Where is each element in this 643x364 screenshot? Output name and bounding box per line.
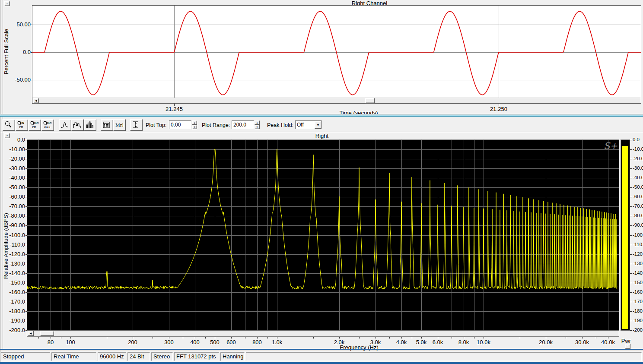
spectraplus-logo: S+ <box>602 141 618 151</box>
spectrum-y-tick-label: -170.0 <box>4 298 25 305</box>
time-x-tick-label: 21.250 <box>486 106 512 112</box>
zoom-out-full-button[interactable]: OUTFULL <box>41 119 54 131</box>
status-field-empty <box>246 352 642 361</box>
set-vertical-range-button[interactable] <box>130 119 143 131</box>
spectrum-x-tick <box>61 337 61 339</box>
spectrum-x-tick <box>183 337 183 339</box>
spectrum-x-tick-label: 600 <box>221 339 242 345</box>
pane-splitter[interactable] <box>0 114 643 117</box>
line-plot-button[interactable] <box>59 119 71 131</box>
spectrum-x-tick <box>313 337 314 339</box>
spectrum-y-tick-label: -120.0 <box>4 251 25 257</box>
spectrum-y-tick-label: -30.00 <box>4 165 25 171</box>
spectrum-x-tick-label: 30.0k <box>572 339 592 345</box>
spectrum-x-tick-label: 10.0k <box>473 339 494 345</box>
display-options-button[interactable] <box>101 119 113 131</box>
spectrum-y-tick-label: -130.0 <box>4 260 25 267</box>
plot-range-spin-up-icon[interactable]: ▲ <box>255 120 260 125</box>
spectrum-y-tick <box>25 302 27 302</box>
spectrum-scrollbar[interactable]: ◀ <box>27 331 619 336</box>
spectrum-x-tick <box>596 337 596 339</box>
plot-range-spinner[interactable]: ▲ ▼ <box>255 120 260 129</box>
spectrum-x-tick <box>474 337 474 339</box>
power-bar-tick <box>630 264 632 264</box>
power-bar-tick-label: -170.0 <box>633 299 643 304</box>
svg-text:OUT: OUT <box>34 122 39 124</box>
status-field-hanning: Hanning <box>220 352 245 361</box>
plot-range-spin-down-icon[interactable]: ▼ <box>255 125 260 129</box>
time-y-tick <box>31 52 32 53</box>
spectrum-x-tick <box>70 337 71 339</box>
spectrum-x-tick <box>267 337 268 339</box>
statusbar-divider <box>0 351 643 351</box>
bar-plot-button[interactable] <box>84 119 96 131</box>
plot-range-input[interactable] <box>232 120 254 129</box>
status-field-24-bit: 24 Bit <box>127 352 150 361</box>
zoom-in-2x-icon: IN2X <box>17 120 25 129</box>
plot-top-spin-up-icon[interactable]: ▲ <box>192 120 197 125</box>
zoom-out-2x-icon: OUT2X <box>30 120 38 129</box>
power-bar-tick-label: -150.0 <box>633 280 643 285</box>
power-bar-tick <box>630 149 632 150</box>
power-bar-minimize-button[interactable]: - <box>625 344 630 349</box>
spectrum-x-tick-label: 20.0k <box>535 339 556 345</box>
power-bar-tick <box>630 216 632 216</box>
spectrum-x-tick-label: 400 <box>185 339 205 345</box>
spectrum-x-tick-label: 8.0k <box>453 339 474 345</box>
peak-hold-dropdown[interactable]: Off ▼ <box>295 120 322 129</box>
spectrum-x-tick <box>401 337 402 339</box>
spectrum-y-tick <box>25 245 27 245</box>
svg-text:FULL: FULL <box>45 126 51 129</box>
spectrum-x-tick-label: 1.0k <box>267 339 287 345</box>
spectrum-x-tick <box>277 337 277 339</box>
spectrum-y-tick-label: -70.00 <box>4 203 25 209</box>
spectrum-x-tick <box>608 337 608 339</box>
power-bar-tick-label: -20.00 <box>633 156 643 161</box>
power-bar-tick <box>630 302 632 302</box>
zoom-button[interactable] <box>3 119 15 131</box>
plot-top-input[interactable] <box>169 120 191 129</box>
spectrum-black-area: S+ <box>27 140 619 331</box>
power-bar-tick <box>630 225 632 226</box>
spectrum-y-tick <box>25 321 27 321</box>
spectrum-scroll-thumb[interactable] <box>40 331 54 336</box>
power-bar-tick-label: -50.00 <box>633 184 643 190</box>
power-bar-tick <box>630 330 632 331</box>
time-scrollbar[interactable]: ◀ <box>32 98 641 103</box>
spectrum-x-tick <box>582 337 583 339</box>
spectrum-scroll-left-button[interactable]: ◀ <box>28 331 34 336</box>
spectrum-y-tick <box>25 273 27 274</box>
time-panel-minimize-button[interactable]: - <box>4 1 10 6</box>
spectrum-x-tick <box>484 337 484 339</box>
marker-button[interactable]: Mrk <box>113 119 126 131</box>
spectrum-x-tick <box>107 337 107 339</box>
spectrum-y-tick <box>25 235 27 236</box>
plot-top-spinner[interactable]: ▲ ▼ <box>192 120 197 129</box>
power-bar-tick <box>630 140 632 140</box>
time-scroll-left-button[interactable]: ◀ <box>33 98 39 103</box>
peak-hold-dropdown-arrow-icon[interactable]: ▼ <box>315 121 322 129</box>
time-scroll-thumb[interactable] <box>365 98 375 103</box>
power-bar-tick <box>630 159 632 159</box>
spectrum-plot-area[interactable]: S+ ◀ <box>27 140 619 336</box>
spectrum-trace <box>27 140 619 330</box>
time-plot-area[interactable]: ◀ <box>32 6 641 103</box>
status-field-fft-131072-pts: FFT 131072 pts <box>174 352 219 361</box>
power-bar-tick <box>630 168 632 169</box>
zoom-out-2x-button[interactable]: OUT2X <box>29 119 41 131</box>
power-bar-tick-label: -70.00 <box>633 203 643 209</box>
time-y-tick <box>31 80 32 80</box>
spectrum-x-tick <box>389 337 390 339</box>
spectrum-x-tick <box>153 337 153 339</box>
zoom-in-2x-button[interactable]: IN2X <box>16 119 28 131</box>
power-bar-tick-label: -80.00 <box>633 213 643 218</box>
spectrum-x-tick <box>546 337 546 339</box>
spectrum-x-tick <box>205 337 206 339</box>
spectrum-y-tick <box>25 140 27 140</box>
spectrum-x-tick-label: 800 <box>247 339 267 345</box>
spectrum-y-tick <box>25 292 27 293</box>
spectrum-y-tick-label: -190.0 <box>4 317 25 324</box>
step-plot-icon <box>73 120 81 129</box>
plot-top-spin-down-icon[interactable]: ▼ <box>192 125 197 129</box>
step-plot-button[interactable] <box>71 119 84 131</box>
